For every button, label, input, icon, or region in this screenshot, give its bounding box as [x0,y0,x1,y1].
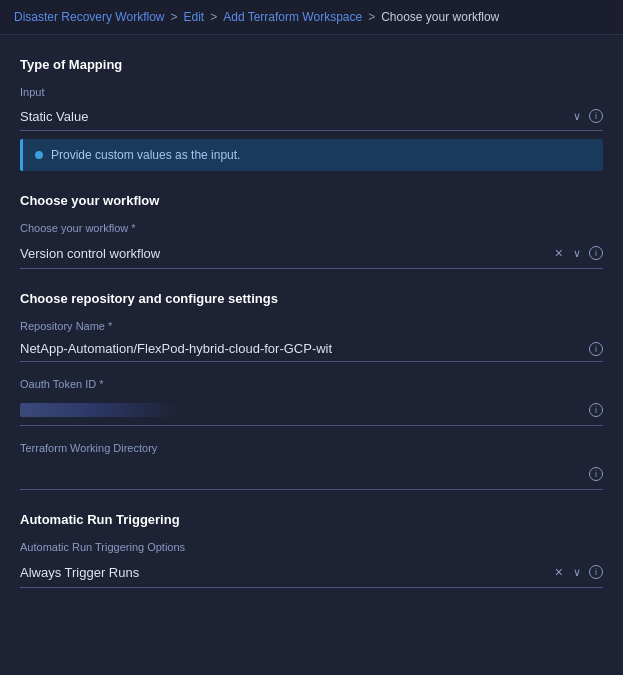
workflow-clear-icon[interactable] [553,243,565,263]
workflow-chevron-icon[interactable] [571,244,583,262]
breadcrumb-item-add-terraform[interactable]: Add Terraform Workspace [223,10,362,24]
workflow-field-label: Choose your workflow * [20,222,603,234]
breadcrumb-item-current: Choose your workflow [381,10,499,24]
breadcrumb: Disaster Recovery Workflow > Edit > Add … [0,0,623,35]
breadcrumb-separator-3: > [368,10,375,24]
breadcrumb-item-disaster-recovery[interactable]: Disaster Recovery Workflow [14,10,164,24]
auto-run-title: Automatic Run Triggering [20,512,603,527]
input-label: Input [20,86,603,98]
workflow-info-icon[interactable]: i [589,246,603,260]
oauth-token-row[interactable]: i [20,394,603,426]
workflow-select-icons: i [553,243,603,263]
terraform-dir-row[interactable]: i [20,458,603,490]
choose-workflow-title: Choose your workflow [20,193,603,208]
input-type-icons: i [571,107,603,125]
terraform-dir-label: Terraform Working Directory [20,442,603,454]
auto-run-select-icons: i [553,562,603,582]
breadcrumb-item-edit[interactable]: Edit [184,10,205,24]
repo-name-label: Repository Name * [20,320,603,332]
breadcrumb-separator-2: > [210,10,217,24]
repository-settings-title: Choose repository and configure settings [20,291,603,306]
main-content: Type of Mapping Input Static Value i Pro… [0,35,623,632]
input-type-chevron-icon[interactable] [571,107,583,125]
auto-run-select-value: Always Trigger Runs [20,565,553,580]
workflow-select-row[interactable]: Version control workflow i [20,238,603,269]
auto-run-info-icon[interactable]: i [589,565,603,579]
repo-name-info-icon[interactable]: i [589,342,603,356]
auto-run-clear-icon[interactable] [553,562,565,582]
repository-settings-section: Choose repository and configure settings… [20,291,603,490]
workflow-select-value: Version control workflow [20,246,553,261]
info-banner-dot-icon [35,151,43,159]
info-banner: Provide custom values as the input. [20,139,603,171]
auto-run-options-label: Automatic Run Triggering Options [20,541,603,553]
input-type-value: Static Value [20,109,571,124]
oauth-token-label: Oauth Token ID * [20,378,603,390]
auto-run-section: Automatic Run Triggering Automatic Run T… [20,512,603,588]
repo-name-value: NetApp-Automation/FlexPod-hybrid-cloud-f… [20,341,589,356]
repo-name-row[interactable]: NetApp-Automation/FlexPod-hybrid-cloud-f… [20,336,603,362]
oauth-token-info-icon[interactable]: i [589,403,603,417]
input-type-row[interactable]: Static Value i [20,102,603,131]
terraform-dir-info-icon[interactable]: i [589,467,603,481]
oauth-token-masked-value [20,403,180,417]
breadcrumb-separator-1: > [170,10,177,24]
choose-workflow-section: Choose your workflow Choose your workflo… [20,193,603,269]
input-type-info-icon[interactable]: i [589,109,603,123]
auto-run-select-row[interactable]: Always Trigger Runs i [20,557,603,588]
type-of-mapping-title: Type of Mapping [20,57,603,72]
info-banner-text: Provide custom values as the input. [51,148,240,162]
type-of-mapping-section: Type of Mapping Input Static Value i Pro… [20,57,603,171]
auto-run-chevron-icon[interactable] [571,563,583,581]
